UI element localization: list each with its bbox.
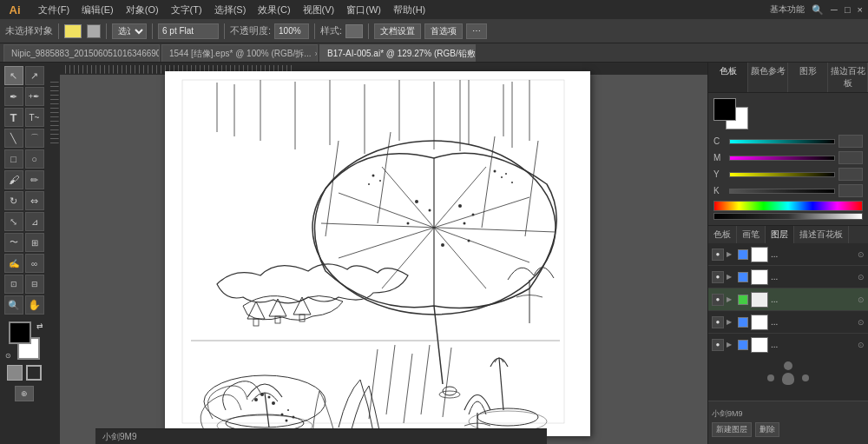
artboard-tool[interactable]: ⊡	[4, 275, 23, 294]
arc-tool[interactable]: ⌒	[25, 129, 44, 148]
warp-tool[interactable]: 〜	[4, 233, 23, 252]
zoom-tool[interactable]: 🔍	[4, 295, 23, 315]
layer-4-visibility[interactable]: ●	[712, 316, 724, 328]
maximize-btn[interactable]: □	[845, 4, 851, 15]
rectangle-tool[interactable]: □	[4, 149, 23, 169]
swap-colors-icon[interactable]: ⇄	[36, 321, 43, 330]
menu-file[interactable]: 文件(F)	[33, 2, 75, 18]
default-colors-icon[interactable]: ⊙	[5, 352, 11, 360]
layer-3-lock-icon[interactable]: ⊙	[858, 295, 865, 304]
menu-type[interactable]: 文字(T)	[166, 2, 207, 18]
stroke-swatch[interactable]	[87, 24, 101, 38]
eyedropper-tool[interactable]: ✍	[4, 254, 23, 273]
panel-tab-color[interactable]: 色板	[708, 63, 748, 92]
pencil-tool[interactable]: ✏	[25, 170, 44, 189]
delete-layer-btn[interactable]: 删除	[755, 422, 779, 437]
doc-setup-btn[interactable]: 文档设置	[374, 23, 421, 39]
layer-row-5[interactable]: ● ▶ ... ⊙	[708, 334, 868, 355]
layer-row-1[interactable]: ● ▶ ... ⊙	[708, 243, 868, 266]
menu-effect[interactable]: 效果(C)	[253, 2, 295, 18]
shear-tool[interactable]: ⊿	[25, 212, 44, 231]
layer-row-2[interactable]: ● ▶ ... ⊙	[708, 266, 868, 288]
workspace-label[interactable]: 基本功能	[770, 3, 805, 16]
reflect-tool[interactable]: ⇔	[25, 191, 44, 210]
extra-btn[interactable]: ⋯	[466, 23, 487, 39]
no-fill-btn[interactable]	[26, 365, 42, 381]
color-panel-body: C M Y K	[708, 93, 868, 225]
panel-tab-stroke[interactable]: 描边百花板	[828, 63, 868, 92]
svg-point-32	[494, 169, 496, 172]
layers-tab-swatches[interactable]: 色板	[708, 226, 737, 243]
minimize-btn[interactable]: ─	[831, 4, 838, 15]
brush-select[interactable]: 选选	[112, 23, 147, 39]
k-value[interactable]	[838, 184, 863, 197]
menu-view[interactable]: 视图(V)	[298, 2, 340, 18]
foreground-color-swatch[interactable]	[9, 321, 31, 344]
type-on-path-tool[interactable]: T~	[25, 108, 44, 127]
canvas-container[interactable]	[165, 71, 590, 436]
tab-1[interactable]: 1544 [结像].eps* @ 100% (RGB/拆... ×	[161, 44, 318, 62]
svg-point-23	[464, 222, 466, 224]
tab-2[interactable]: B17-AI-005.ai* @ 129.27% (RGB/铅敷) ×	[319, 44, 476, 62]
layer-1-lock-icon[interactable]: ⊙	[858, 250, 865, 259]
menu-window[interactable]: 窗口(W)	[341, 2, 386, 18]
type-tool[interactable]: T	[4, 108, 23, 127]
close-btn[interactable]: ×	[858, 4, 863, 15]
scale-tool[interactable]: ⤡	[4, 212, 23, 231]
m-value[interactable]	[838, 151, 863, 164]
menu-edit[interactable]: 编辑(E)	[76, 2, 119, 18]
panel-tab-colref[interactable]: 颜色参考	[748, 63, 788, 92]
layers-tab-brushes[interactable]: 画笔	[737, 226, 766, 243]
pen-tool[interactable]: ✒	[4, 87, 23, 106]
layer-3-visibility[interactable]: ●	[712, 294, 724, 306]
ellipse-tool[interactable]: ○	[25, 149, 44, 169]
new-layer-btn[interactable]: 新建图层	[712, 422, 752, 437]
layer-2-visibility[interactable]: ●	[712, 271, 724, 283]
tab-1-close[interactable]: ×	[315, 50, 318, 58]
tab-0[interactable]: Nipic_9885883_20150605101634669000.ai* @…	[3, 44, 160, 62]
selection-tool[interactable]: ↖	[4, 66, 23, 85]
fill-swatch[interactable]	[64, 24, 82, 38]
line-tool[interactable]: ╲	[4, 129, 23, 148]
search-icon[interactable]: 🔍	[812, 4, 824, 16]
m-slider[interactable]	[729, 156, 835, 161]
color-spectrum[interactable]	[713, 201, 863, 211]
style-swatch[interactable]	[345, 24, 363, 38]
layer-2-lock-icon[interactable]: ⊙	[858, 273, 865, 282]
paintbrush-tool[interactable]: 🖌	[4, 170, 23, 189]
c-slider[interactable]	[729, 139, 835, 144]
layer-4-lock-icon[interactable]: ⊙	[858, 318, 865, 327]
fill-mode-btn[interactable]	[7, 365, 23, 381]
layer-row-3[interactable]: ● ▶ ... ⊙	[708, 288, 868, 311]
slice-tool[interactable]: ⊟	[25, 275, 44, 294]
stroke-width-input[interactable]	[158, 23, 219, 39]
menu-select[interactable]: 选择(S)	[209, 2, 252, 18]
prefs-btn[interactable]: 首选项	[424, 23, 463, 39]
k-slider[interactable]	[729, 189, 835, 194]
menu-object[interactable]: 对象(O)	[121, 2, 164, 18]
color-shade-bar[interactable]	[713, 213, 863, 220]
anchor-tool[interactable]: +✒	[25, 87, 44, 106]
y-slider[interactable]	[729, 172, 835, 177]
panel-tab-graphic[interactable]: 图形	[788, 63, 828, 92]
menu-help[interactable]: 帮助(H)	[388, 2, 431, 18]
fg-color-box[interactable]	[713, 98, 736, 121]
layer-row-4[interactable]: ● ▶ ... ⊙	[708, 311, 868, 334]
hand-tool[interactable]: ✋	[25, 295, 44, 315]
opacity-input[interactable]	[274, 23, 309, 39]
rotate-tool[interactable]: ↻	[4, 191, 23, 210]
screen-mode-btn[interactable]: ⊕	[15, 386, 34, 401]
layer-1-visibility[interactable]: ●	[712, 249, 724, 261]
c-value[interactable]	[838, 135, 863, 148]
blend-tool[interactable]: ∞	[25, 254, 44, 273]
canvas-area[interactable]: │││││││││││││││ ││││││││││││││││││││││││…	[48, 63, 707, 444]
free-transform-tool[interactable]: ⊞	[25, 233, 44, 252]
y-value[interactable]	[838, 168, 863, 181]
layers-bottom: 小剑9M9 新建图层 删除	[708, 401, 868, 444]
layers-tab-layers[interactable]: 图层	[766, 226, 794, 243]
tool-row-2: ✒ +✒	[4, 87, 44, 106]
layer-5-lock-icon[interactable]: ⊙	[858, 341, 865, 349]
layer-5-visibility[interactable]: ●	[712, 339, 724, 351]
layers-tab-actions[interactable]: 描述百花板	[794, 226, 849, 243]
direct-selection-tool[interactable]: ↗	[25, 66, 44, 85]
